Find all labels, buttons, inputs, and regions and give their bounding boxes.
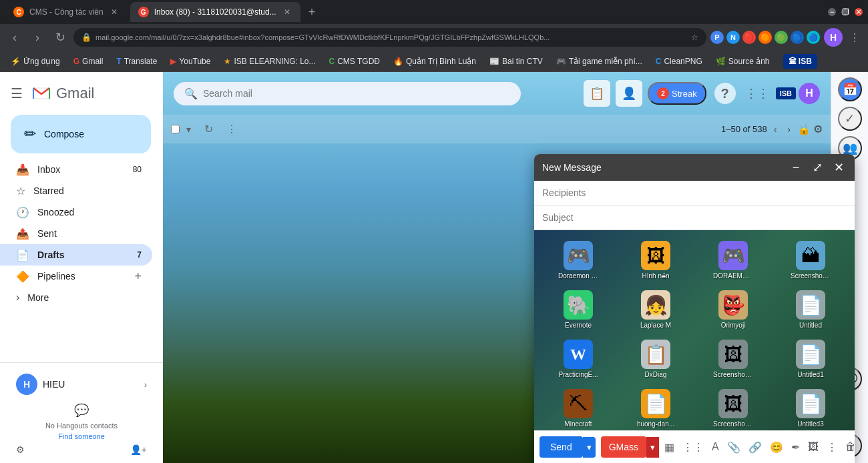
gmail-tab-close[interactable]: ✕ bbox=[282, 7, 292, 17]
cms-tab[interactable]: C CMS - Công tác viên ✕ bbox=[5, 2, 128, 22]
composer-close-button[interactable]: ✕ bbox=[831, 159, 847, 175]
user-profile[interactable]: H HIEU › bbox=[11, 368, 152, 400]
bookmark-ungdung[interactable]: ⚡ Ứng dụng bbox=[5, 54, 65, 69]
forward-button[interactable]: › bbox=[28, 28, 47, 47]
sidebar-item-inbox[interactable]: 📥 Inbox 80 bbox=[0, 159, 152, 180]
desktop-icon-evernote[interactable]: 🐘 Evernote bbox=[542, 288, 614, 332]
recipients-field[interactable] bbox=[534, 181, 855, 205]
search-bar-container[interactable]: 🔍 bbox=[174, 82, 521, 105]
desktop-icon-doraemon[interactable]: 🎮 Doraemon Story of ... bbox=[542, 238, 614, 282]
cms-tab-close[interactable]: ✕ bbox=[109, 7, 120, 17]
sidebar-item-more[interactable]: › More bbox=[0, 287, 152, 308]
ext-n-icon[interactable]: N bbox=[726, 31, 740, 44]
bookmark-youtube[interactable]: ▶ YouTube bbox=[165, 54, 216, 69]
insert-image-icon[interactable]: 🖼 bbox=[805, 438, 821, 456]
select-dropdown-button[interactable]: ▾ bbox=[182, 121, 195, 137]
user-avatar-circle[interactable]: H bbox=[799, 83, 820, 104]
hamburger-menu[interactable]: ☰ bbox=[11, 85, 23, 101]
composer-maximize-button[interactable]: ⤢ bbox=[809, 159, 825, 175]
desktop-icon-screenshot2[interactable]: 🖼 Screenshot_2 bbox=[697, 337, 769, 381]
send-button[interactable]: Send bbox=[539, 436, 583, 458]
attach-file-icon[interactable]: 📎 bbox=[724, 438, 743, 456]
sidebar-item-drafts[interactable]: 📄 Drafts 7 bbox=[0, 244, 152, 266]
doc-icon-button[interactable]: 📋 bbox=[584, 80, 610, 107]
desktop-icon-doraemon2[interactable]: 🎮 DORAEMON STORY OF S... bbox=[697, 238, 769, 282]
bookmark-isb-elearning[interactable]: ★ ISB ELEARNING: Lo... bbox=[218, 54, 320, 69]
refresh-button[interactable]: ↻ bbox=[51, 28, 69, 47]
desktop-icon-screenshot7[interactable]: 🏔 Screenshot_7 bbox=[775, 238, 847, 282]
sidebar-item-pipelines[interactable]: 🔶 Pipelines + bbox=[0, 266, 152, 287]
send-dropdown-button[interactable]: ▾ bbox=[583, 437, 596, 458]
gmass-dropdown-button[interactable]: ▾ bbox=[646, 437, 659, 458]
lock-toolbar-icon[interactable]: 🔒 bbox=[797, 123, 811, 135]
streak-button[interactable]: 2 Streak bbox=[648, 82, 706, 105]
signature-icon[interactable]: ✒ bbox=[789, 438, 803, 456]
next-page-button[interactable]: › bbox=[783, 121, 795, 137]
help-button[interactable]: ? bbox=[712, 80, 738, 107]
insert-link-icon[interactable]: 🔗 bbox=[746, 438, 765, 456]
new-tab-button[interactable]: + bbox=[303, 5, 321, 19]
desktop-icon-untitled[interactable]: 📄 Untitled bbox=[775, 288, 847, 332]
add-account-icon[interactable]: 👤+ bbox=[130, 444, 147, 455]
bookmark-gmail[interactable]: G Gmail bbox=[68, 54, 109, 69]
subject-field[interactable] bbox=[534, 205, 855, 230]
desktop-icon-laplace[interactable]: 👧 Laplace M bbox=[620, 288, 692, 332]
ext-c-icon[interactable]: 🔵 bbox=[807, 31, 820, 44]
sidebar-item-sent[interactable]: 📤 Sent bbox=[0, 223, 152, 244]
minimize-button[interactable]: − bbox=[828, 8, 836, 16]
url-bar[interactable]: 🔒 mail.google.com/mail/u/0/?zx=x3alghdr8… bbox=[73, 28, 706, 47]
format-table-icon[interactable]: ▦ bbox=[662, 438, 677, 456]
format-grid-icon[interactable]: ⋮⋮ bbox=[680, 438, 706, 456]
desktop-icon-orimyoji[interactable]: 👺 Orimyoji bbox=[697, 288, 769, 332]
maximize-button[interactable]: ❐ bbox=[841, 8, 849, 16]
hangouts-icon[interactable]: 💬 bbox=[74, 403, 89, 418]
pipelines-add-icon[interactable]: + bbox=[134, 270, 142, 284]
gmail-tab[interactable]: G Inbox (80) - 31181020031@stud... ✕ bbox=[130, 2, 300, 22]
sidebar-item-snoozed[interactable]: 🕐 Snoozed bbox=[0, 201, 152, 223]
bookmark-cms-tgdd[interactable]: C CMS TGDĐ bbox=[324, 54, 385, 69]
ext-g-icon[interactable]: 🟢 bbox=[775, 31, 788, 44]
ext-o-icon[interactable]: 🟠 bbox=[758, 31, 772, 44]
recipients-input[interactable] bbox=[542, 183, 847, 202]
apps-grid-button[interactable]: ⋮⋮ bbox=[744, 80, 771, 107]
desktop-icon-dxdiag[interactable]: 📋 DxDiag bbox=[620, 337, 692, 381]
ext-b-icon[interactable]: 🔵 bbox=[791, 31, 804, 44]
emoji-icon[interactable]: 😊 bbox=[767, 438, 786, 456]
sidebar-item-starred[interactable]: ☆ Starred bbox=[0, 180, 152, 201]
ext-p-icon[interactable]: P bbox=[710, 31, 724, 44]
bookmark-isb-logo-right[interactable]: 🏛 ISB bbox=[778, 51, 823, 71]
back-button[interactable]: ‹ bbox=[5, 28, 24, 47]
bookmark-star-icon[interactable]: ☆ bbox=[691, 33, 698, 42]
subject-input[interactable] bbox=[542, 208, 847, 227]
font-icon[interactable]: A bbox=[709, 438, 722, 456]
desktop-icon-screenshot3[interactable]: 🖼 Screenshot_3 bbox=[697, 386, 769, 430]
composer-minimize-button[interactable]: − bbox=[788, 159, 804, 175]
settings-bottom-icon[interactable]: ⚙ bbox=[16, 444, 25, 455]
calendar-sidebar-icon[interactable]: 📅 bbox=[838, 77, 862, 101]
desktop-icon-untitled1[interactable]: 📄 Untitled1 bbox=[775, 337, 847, 381]
user-profile-icon[interactable]: H bbox=[824, 28, 843, 47]
tasks-sidebar-icon[interactable]: ✓ bbox=[838, 107, 862, 131]
mail-settings-button[interactable]: ⚙ bbox=[813, 123, 823, 135]
desktop-icon-minecraft[interactable]: ⛏ Minecraft bbox=[542, 386, 614, 430]
delete-draft-icon[interactable]: 🗑 bbox=[843, 438, 859, 456]
select-all-checkbox[interactable] bbox=[171, 125, 180, 133]
ext-r-icon[interactable]: 🔴 bbox=[742, 31, 756, 44]
desktop-icon-practicinge[interactable]: W PracticingE... bbox=[542, 337, 614, 381]
more-composer-options[interactable]: ⋮ bbox=[824, 438, 840, 456]
browser-menu-icon[interactable]: ⋮ bbox=[847, 29, 863, 47]
refresh-mail-button[interactable]: ↻ bbox=[200, 120, 217, 138]
bookmark-translate[interactable]: T Translate bbox=[111, 54, 162, 69]
compose-button[interactable]: ✏ Compose bbox=[11, 115, 151, 153]
bookmark-game[interactable]: 🎮 Tải game miễn phí... bbox=[551, 54, 648, 69]
bookmark-quan-tri[interactable]: 🔥 Quản Trị Bình Luận bbox=[388, 54, 481, 69]
desktop-icon-huong-dan[interactable]: 📄 huong-dan... bbox=[620, 386, 692, 430]
person-icon-button[interactable]: 👤 bbox=[616, 80, 642, 107]
find-someone-link[interactable]: Find someone bbox=[11, 431, 152, 442]
desktop-icon-hinh-nen[interactable]: 🖼 Hình nền bbox=[620, 238, 692, 282]
search-input[interactable] bbox=[203, 88, 510, 99]
desktop-icon-untitled3[interactable]: 📄 Untitled3 bbox=[775, 386, 847, 430]
bookmark-source-anh[interactable]: 🌿 Source ảnh bbox=[710, 54, 775, 69]
more-actions-button[interactable]: ⋮ bbox=[222, 120, 241, 138]
gmass-button[interactable]: GMass bbox=[601, 436, 646, 458]
